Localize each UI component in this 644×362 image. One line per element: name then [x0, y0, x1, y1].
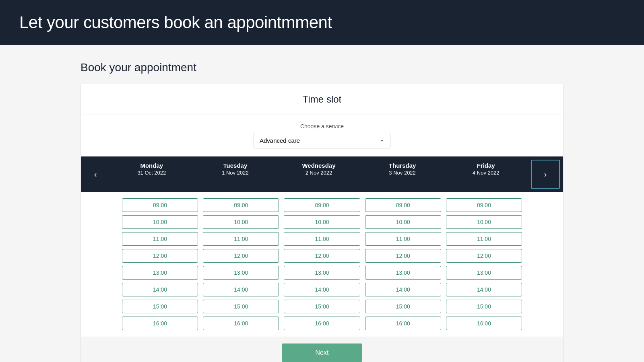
- card-header: Time slot: [81, 84, 563, 115]
- slots-spacer-left: [91, 198, 120, 330]
- slots-wednesday: 09:00 10:00 11:00 12:00 13:00 14:00 15:0…: [281, 198, 362, 330]
- slot-fri-1100[interactable]: 11:00: [446, 232, 522, 246]
- cal-day-thursday: Thursday 3 Nov 2022: [361, 156, 444, 192]
- slot-tue-1100[interactable]: 11:00: [203, 232, 279, 246]
- prev-week-button[interactable]: ‹: [81, 156, 110, 192]
- page-title: Book your appointment: [80, 61, 564, 74]
- slots-monday: 09:00 10:00 11:00 12:00 13:00 14:00 15:0…: [120, 198, 200, 330]
- cal-day-monday: Monday 31 Oct 2022: [110, 156, 194, 192]
- slot-tue-1000[interactable]: 10:00: [203, 215, 279, 229]
- day-name-tuesday: Tuesday: [197, 162, 274, 169]
- service-section: Choose a service Advanced care Basic car…: [81, 115, 563, 156]
- day-name-thursday: Thursday: [364, 162, 441, 169]
- cal-day-wednesday: Wednesday 2 Nov 2022: [277, 156, 361, 192]
- slots-columns: 09:00 10:00 11:00 12:00 13:00 14:00 15:0…: [120, 198, 524, 330]
- slot-wed-1500[interactable]: 15:00: [284, 300, 360, 313]
- slots-friday: 09:00 10:00 11:00 12:00 13:00 14:00 15:0…: [444, 198, 524, 330]
- day-date-tuesday: 1 Nov 2022: [197, 170, 274, 176]
- calendar-days-header: Monday 31 Oct 2022 Tuesday 1 Nov 2022 We…: [110, 156, 528, 192]
- slot-tue-1400[interactable]: 14:00: [203, 283, 279, 296]
- day-date-monday: 31 Oct 2022: [113, 170, 190, 176]
- slot-thu-1400[interactable]: 14:00: [365, 283, 441, 296]
- slot-mon-0900[interactable]: 09:00: [122, 198, 198, 212]
- slot-thu-1600[interactable]: 16:00: [365, 317, 441, 330]
- header-title: Let your customers book an appointmment: [19, 13, 625, 32]
- slot-thu-1000[interactable]: 10:00: [365, 215, 441, 229]
- header: Let your customers book an appointmment: [0, 0, 644, 45]
- slot-wed-1100[interactable]: 11:00: [284, 232, 360, 246]
- slot-fri-1400[interactable]: 14:00: [446, 283, 522, 296]
- day-date-friday: 4 Nov 2022: [447, 170, 524, 176]
- slot-wed-1300[interactable]: 13:00: [284, 266, 360, 280]
- slot-wed-1000[interactable]: 10:00: [284, 215, 360, 229]
- cal-day-tuesday: Tuesday 1 Nov 2022: [194, 156, 277, 192]
- day-name-wednesday: Wednesday: [280, 162, 357, 169]
- cal-day-friday: Friday 4 Nov 2022: [444, 156, 528, 192]
- slot-wed-1200[interactable]: 12:00: [284, 249, 360, 263]
- slot-tue-1200[interactable]: 12:00: [203, 249, 279, 263]
- card-footer: Next: [81, 337, 563, 362]
- timeslot-title: Time slot: [303, 94, 341, 105]
- service-label: Choose a service: [91, 123, 553, 130]
- slot-mon-1500[interactable]: 15:00: [122, 300, 198, 313]
- slots-spacer-right: [524, 198, 553, 330]
- chevron-right-icon: ›: [544, 170, 547, 179]
- slot-thu-1200[interactable]: 12:00: [365, 249, 441, 263]
- slot-mon-1200[interactable]: 12:00: [122, 249, 198, 263]
- time-slots-grid: 09:00 10:00 11:00 12:00 13:00 14:00 15:0…: [81, 192, 563, 337]
- day-name-monday: Monday: [113, 162, 190, 169]
- slot-mon-1600[interactable]: 16:00: [122, 317, 198, 330]
- slot-wed-1600[interactable]: 16:00: [284, 317, 360, 330]
- slot-tue-1500[interactable]: 15:00: [203, 300, 279, 313]
- slot-tue-0900[interactable]: 09:00: [203, 198, 279, 212]
- slot-thu-1500[interactable]: 15:00: [365, 300, 441, 313]
- chevron-left-icon: ‹: [94, 170, 97, 179]
- slot-fri-1300[interactable]: 13:00: [446, 266, 522, 280]
- slot-mon-1400[interactable]: 14:00: [122, 283, 198, 296]
- calendar-nav: ‹ Monday 31 Oct 2022 Tuesday 1 Nov 2022 …: [81, 156, 563, 192]
- booking-card: Time slot Choose a service Advanced care…: [80, 84, 564, 362]
- slot-fri-0900[interactable]: 09:00: [446, 198, 522, 212]
- slot-wed-1400[interactable]: 14:00: [284, 283, 360, 296]
- slot-thu-0900[interactable]: 09:00: [365, 198, 441, 212]
- day-name-friday: Friday: [447, 162, 524, 169]
- slot-thu-1300[interactable]: 13:00: [365, 266, 441, 280]
- slot-tue-1300[interactable]: 13:00: [203, 266, 279, 280]
- slot-fri-1600[interactable]: 16:00: [446, 317, 522, 330]
- slot-mon-1100[interactable]: 11:00: [122, 232, 198, 246]
- next-week-button[interactable]: ›: [531, 160, 560, 189]
- next-button[interactable]: Next: [282, 343, 362, 362]
- slot-fri-1000[interactable]: 10:00: [446, 215, 522, 229]
- slot-wed-0900[interactable]: 09:00: [284, 198, 360, 212]
- day-date-thursday: 3 Nov 2022: [364, 170, 441, 176]
- day-date-wednesday: 2 Nov 2022: [280, 170, 357, 176]
- main-content: Book your appointment Time slot Choose a…: [0, 45, 644, 362]
- service-select[interactable]: Advanced care Basic care Premium care: [254, 133, 390, 148]
- slot-thu-1100[interactable]: 11:00: [365, 232, 441, 246]
- slot-mon-1000[interactable]: 10:00: [122, 215, 198, 229]
- slots-tuesday: 09:00 10:00 11:00 12:00 13:00 14:00 15:0…: [200, 198, 281, 330]
- slot-fri-1500[interactable]: 15:00: [446, 300, 522, 313]
- slot-tue-1600[interactable]: 16:00: [203, 317, 279, 330]
- slot-fri-1200[interactable]: 12:00: [446, 249, 522, 263]
- slot-mon-1300[interactable]: 13:00: [122, 266, 198, 280]
- slots-thursday: 09:00 10:00 11:00 12:00 13:00 14:00 15:0…: [363, 198, 444, 330]
